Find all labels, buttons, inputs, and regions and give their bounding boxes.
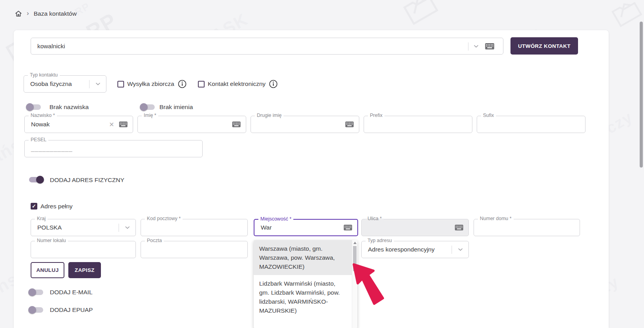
red-pointer-arrow [351,262,389,306]
address-type-label: Typ adresu [366,238,394,243]
virtual-keyboard-icon[interactable] [119,121,128,128]
clear-icon[interactable]: ✕ [109,121,114,128]
city-suggestion-item[interactable]: Warszawa (miasto, gm. Warszawa, pow. War… [254,240,357,275]
no-surname-label: Brak nazwiska [49,104,89,111]
post-office-label: Poczta [145,238,164,243]
select-divider [89,80,90,88]
create-contact-button[interactable]: UTWÓRZ KONTAKT [510,37,578,55]
country-label: Kraj [35,216,48,221]
contact-type-value: Osoba fizyczna [30,80,72,87]
country-value: POLSKA [37,224,62,231]
prefix-label: Prefix [368,113,384,118]
contact-search-value: kowalnicki [37,43,65,50]
contact-type-label: Typ kontaktu [28,72,60,78]
contact-search-input[interactable]: kowalnicki [31,38,503,55]
virtual-keyboard-icon[interactable] [345,121,354,128]
add-physical-address-label: DODAJ ADRES FIZYCZNY [50,177,124,184]
suffix-field[interactable]: Sufix [477,116,585,133]
full-address-label: Adres pełny [40,203,73,210]
address-type-value: Adres korespondencyjny [368,246,435,253]
city-suggestion-item[interactable]: Lidzbark Warmiński (miasto, gm. Lidzbark… [254,275,357,319]
select-divider [119,224,119,232]
watermark-folder-icon [608,0,644,29]
country-select[interactable]: Kraj POLSKA [31,219,136,236]
add-epuap-toggle[interactable] [28,306,44,314]
virtual-keyboard-icon[interactable] [344,224,352,231]
add-email-toggle[interactable] [28,288,44,296]
add-physical-address-toggle[interactable] [28,176,44,184]
virtual-keyboard-icon [455,224,463,231]
pesel-field[interactable]: PESEL ___________ [24,140,203,157]
surname-field[interactable]: Nazwisko * Nowak ✕ [24,116,133,133]
chevron-down-icon[interactable] [95,82,101,86]
surname-value: Nowak [31,121,49,128]
firstname-label: Imię * [142,113,158,118]
electronic-contact-checkbox[interactable] [198,81,205,87]
contact-type-select[interactable]: Typ kontaktu Osoba fizyczna [24,75,106,93]
house-number-field[interactable]: Numer domu * [474,219,580,236]
info-icon[interactable] [177,79,187,89]
watermark-folder-icon [400,0,441,27]
add-email-label: DODAJ E-MAIL [50,289,93,296]
middlename-label: Drugie imię [255,113,284,118]
address-type-select[interactable]: Typ adresu Adres korespondencyjny [361,241,469,258]
contact-database-page: NASK RP NASK EZD RP NASK – Państwowy Ins… [0,0,644,328]
info-icon[interactable] [269,79,278,89]
surname-label: Nazwisko * [29,113,57,118]
search-divider [468,42,468,51]
chevron-down-icon[interactable] [458,248,463,251]
save-button[interactable]: ZAPISZ [68,262,101,278]
prefix-field[interactable]: Prefix [364,116,472,133]
page-scrollbar-thumb[interactable] [640,22,643,168]
suffix-label: Sufix [481,113,496,118]
chevron-down-icon[interactable] [474,45,479,48]
virtual-keyboard-icon[interactable] [232,121,241,128]
apartment-number-label: Numer lokalu [35,238,68,243]
city-value: War [261,224,272,231]
city-suggestions-dropdown: Warszawa (miasto, gm. Warszawa, pow. War… [254,240,357,328]
bulk-shipping-checkbox[interactable] [117,81,124,87]
street-label: Ulica * [366,216,384,221]
add-epuap-label: DODAJ EPUAP [50,306,93,313]
apartment-number-field[interactable]: Numer lokalu [31,241,136,258]
virtual-keyboard-icon[interactable] [485,43,494,49]
breadcrumb: › Baza kontaktów [15,10,77,17]
postal-code-label: Kod pocztowy * [145,216,183,221]
breadcrumb-separator: › [27,9,29,17]
scroll-up-arrow-icon[interactable] [353,242,357,244]
postal-code-field[interactable]: Kod pocztowy * [141,219,248,236]
breadcrumb-page-label[interactable]: Baza kontaktów [34,10,77,17]
post-office-field[interactable]: Poczta [141,241,248,258]
chevron-down-icon[interactable] [125,226,130,229]
electronic-contact-label: Kontakt elektroniczny [208,80,265,87]
city-label: Miejscowość * [258,216,293,222]
street-field: Ulica * [361,219,469,236]
select-divider [452,246,452,254]
city-field[interactable]: Miejscowość * War [254,219,358,236]
cancel-button[interactable]: ANULUJ [31,262,64,278]
pesel-placeholder: ___________ [31,145,73,152]
full-address-checkbox[interactable]: ✓ [31,203,37,210]
no-firstname-label: Brak imienia [159,104,193,111]
house-number-label: Numer domu * [478,216,514,221]
bulk-shipping-label: Wysyłka zbiorcza [127,80,174,87]
middlename-field[interactable]: Drugie imię [251,116,359,133]
firstname-field[interactable]: Imię * [137,116,246,133]
pesel-label: PESEL [29,137,48,142]
home-icon[interactable] [15,10,22,17]
no-firstname-toggle[interactable] [140,103,156,111]
no-surname-toggle[interactable] [26,103,42,111]
